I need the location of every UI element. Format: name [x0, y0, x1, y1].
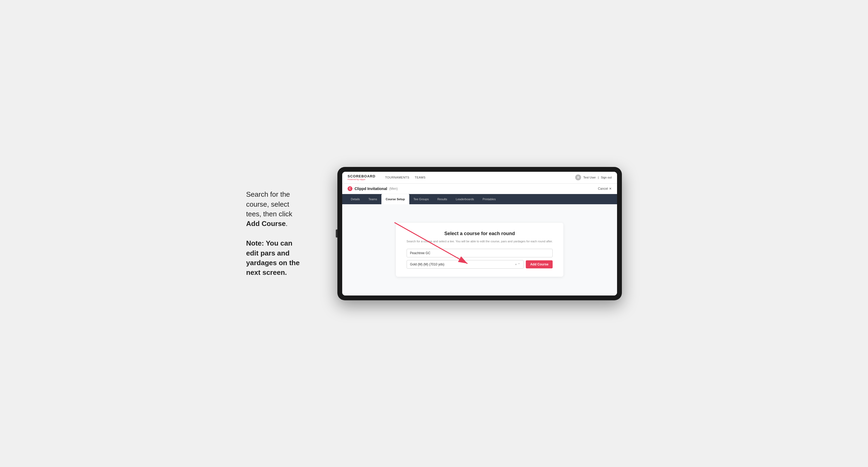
tournament-icon: C [348, 186, 352, 191]
tee-select-row: Gold (M) (M) (7010 yds) × ⌃ Add Course [407, 260, 553, 269]
tab-details[interactable]: Details [346, 194, 364, 204]
note-text: Note: You can edit pars and yardages on … [246, 239, 300, 276]
card-subtitle: Search for a course and select a tee. Yo… [407, 239, 553, 244]
tablet-screen: SCOREBOARD Powered by clippd TOURNAMENTS… [342, 172, 617, 295]
main-content: Select a course for each round Search fo… [342, 204, 617, 295]
logo-sub: Powered by clippd [348, 178, 375, 181]
course-select-card: Select a course for each round Search fo… [396, 223, 564, 277]
tab-leaderboards[interactable]: Leaderboards [452, 194, 478, 204]
sign-out-link[interactable]: Sign out [601, 176, 612, 179]
nav-tournaments[interactable]: TOURNAMENTS [385, 176, 409, 179]
logo-title: SCOREBOARD [348, 174, 375, 178]
user-name: Test User [583, 176, 596, 179]
user-area: R Test User | Sign out [575, 175, 612, 180]
cancel-label: Cancel [598, 187, 608, 191]
add-course-button[interactable]: Add Course [526, 260, 553, 269]
tablet-frame: SCOREBOARD Powered by clippd TOURNAMENTS… [337, 167, 622, 300]
tab-course-setup[interactable]: Course Setup [381, 194, 409, 204]
instruction-text-2: course, select [246, 200, 289, 208]
nav-teams[interactable]: TEAMS [415, 176, 426, 179]
instruction-text-3: tees, then click [246, 210, 292, 218]
tee-select-controls: × ⌃ [515, 263, 520, 266]
card-title: Select a course for each round [407, 231, 553, 237]
chevron-down-icon: ⌃ [518, 263, 520, 266]
pipe-separator: | [598, 176, 599, 179]
tab-navigation: Details Teams Course Setup Tee Groups Re… [342, 194, 617, 204]
top-nav-links: TOURNAMENTS TEAMS [385, 176, 426, 179]
instruction-add-course: Add Course [246, 220, 286, 227]
logo-area: SCOREBOARD Powered by clippd TOURNAMENTS… [348, 174, 426, 181]
tab-printables[interactable]: Printables [478, 194, 500, 204]
instruction-period: . [286, 220, 287, 227]
cancel-button[interactable]: Cancel ✕ [598, 187, 612, 191]
tee-select-value: Gold (M) (M) (7010 yds) [410, 262, 444, 266]
cancel-icon: ✕ [609, 187, 612, 191]
side-instructions: Search for the course, select tees, then… [246, 189, 321, 278]
outer-wrapper: Search for the course, select tees, then… [246, 167, 622, 300]
tournament-type: (Men) [389, 187, 398, 191]
tab-results[interactable]: Results [433, 194, 452, 204]
tablet-power-button [336, 229, 337, 238]
avatar: R [575, 175, 581, 180]
tournament-name: Clippd Invitational [354, 187, 387, 191]
tab-teams[interactable]: Teams [364, 194, 381, 204]
tournament-title-row: C Clippd Invitational (Men) [348, 186, 398, 191]
tab-tee-groups[interactable]: Tee Groups [409, 194, 433, 204]
logo: SCOREBOARD Powered by clippd [348, 174, 375, 181]
clear-icon[interactable]: × [515, 263, 517, 266]
instruction-text: Search for the [246, 190, 290, 198]
tee-select-dropdown[interactable]: Gold (M) (M) (7010 yds) × ⌃ [407, 260, 524, 269]
course-search-input[interactable] [407, 249, 553, 257]
top-navbar: SCOREBOARD Powered by clippd TOURNAMENTS… [342, 172, 617, 184]
tournament-header: C Clippd Invitational (Men) Cancel ✕ [342, 184, 617, 194]
